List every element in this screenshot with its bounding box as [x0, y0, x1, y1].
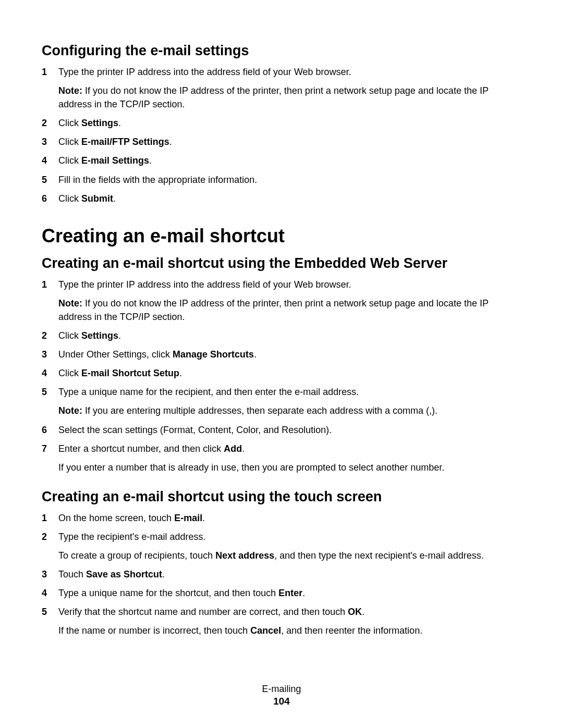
list-item: 6 Select the scan settings (Format, Cont… [42, 423, 521, 437]
list-item: 4 Click E-mail Settings. [42, 154, 521, 167]
step-text-prefix: Click [58, 137, 81, 147]
step-number: 1 [42, 65, 54, 79]
ui-ref: E-mail Settings [81, 155, 149, 166]
step-subtext-pre: To create a group of recipients, touch [58, 550, 215, 561]
ui-ref: Cancel [250, 625, 281, 636]
note-text: If you do not know the IP address of the… [58, 298, 488, 322]
list-item: 4 Click E-mail Shortcut Setup. [42, 366, 521, 380]
step-text: Fill in the fields with the appropriate … [58, 175, 257, 185]
period: . [118, 118, 121, 128]
steps-creating-touch: 1 On the home screen, touch E-mail. 2 Ty… [42, 511, 521, 638]
step-text: Type the printer IP address into the add… [58, 279, 351, 290]
step-text-prefix: Enter a shortcut number, and then click [58, 443, 224, 454]
note-label: Note: [58, 85, 82, 96]
step-text-prefix: On the home screen, touch [58, 513, 174, 523]
step-text-prefix: Type a unique name for the shortcut, and… [58, 588, 278, 598]
ui-ref: Next address [215, 550, 274, 561]
page-footer: E-mailing 104 [0, 684, 563, 707]
note-block: Note: If you do not know the IP address … [58, 297, 521, 324]
footer-section-title: E-mailing [0, 684, 563, 695]
document-page: Configuring the e-mail settings 1 Type t… [0, 0, 563, 728]
step-text-prefix: Under Other Settings, click [58, 349, 173, 360]
step-number: 1 [42, 511, 54, 525]
ui-ref: E-mail [174, 513, 202, 523]
list-item: 6 Click Submit. [42, 192, 521, 205]
step-number: 5 [42, 173, 54, 187]
step-number: 3 [42, 567, 54, 581]
step-number: 7 [42, 442, 54, 455]
list-item: 1 Type the printer IP address into the a… [42, 278, 521, 324]
list-item: 4 Type a unique name for the shortcut, a… [42, 586, 521, 600]
note-text: If you do not know the IP address of the… [58, 85, 488, 109]
footer-page-number: 104 [0, 696, 563, 707]
step-number: 5 [42, 385, 54, 399]
heading-creating-main: Creating an e-mail shortcut [42, 225, 521, 247]
period: . [118, 330, 121, 341]
period: . [179, 368, 182, 378]
step-text: Type a unique name for the recipient, an… [58, 387, 359, 397]
list-item: 2 Type the recipient's e-mail address. T… [42, 530, 521, 562]
step-number: 2 [42, 530, 54, 544]
step-number: 4 [42, 586, 54, 600]
step-text-prefix: Click [58, 330, 81, 341]
note-text: If you are entering multiple addresses, … [82, 405, 437, 416]
period: . [169, 137, 172, 147]
note-label: Note: [58, 405, 82, 416]
period: . [113, 193, 116, 204]
period: . [302, 588, 305, 598]
step-text: Type the printer IP address into the add… [58, 67, 351, 77]
list-item: 5 Fill in the fields with the appropriat… [42, 173, 521, 187]
heading-configuring: Configuring the e-mail settings [42, 43, 521, 59]
period: . [162, 569, 165, 579]
step-number: 1 [42, 278, 54, 291]
ui-ref: Settings [81, 330, 118, 341]
step-subtext-post: , and then type the next recipient's e-m… [274, 550, 484, 561]
period: . [202, 513, 205, 523]
step-number: 2 [42, 329, 54, 342]
list-item: 1 Type the printer IP address into the a… [42, 65, 521, 111]
ui-ref: Submit [81, 193, 113, 204]
step-subtext-post: , and then reenter the information. [281, 625, 422, 636]
steps-creating-web: 1 Type the printer IP address into the a… [42, 278, 521, 474]
note-block: Note: If you do not know the IP address … [58, 84, 521, 111]
step-number: 6 [42, 192, 54, 205]
step-number: 6 [42, 423, 54, 437]
list-item: 2 Click Settings. [42, 116, 521, 130]
list-item: 3 Touch Save as Shortcut. [42, 567, 521, 581]
step-text-prefix: Click [58, 155, 81, 166]
ui-ref: OK [348, 607, 362, 617]
step-number: 2 [42, 116, 54, 130]
step-subtext-pre: If the name or number is incorrect, then… [58, 625, 250, 636]
step-text: Select the scan settings (Format, Conten… [58, 425, 332, 435]
step-number: 3 [42, 348, 54, 361]
list-item: 5 Type a unique name for the recipient, … [42, 385, 521, 417]
step-subtext: To create a group of recipients, touch N… [58, 549, 521, 562]
step-subtext: If you enter a number that is already in… [58, 461, 521, 474]
step-number: 4 [42, 366, 54, 380]
step-text-prefix: Click [58, 368, 81, 378]
step-subtext: If the name or number is incorrect, then… [58, 624, 521, 637]
ui-ref: Save as Shortcut [86, 569, 162, 579]
period: . [254, 349, 256, 360]
period: . [242, 443, 244, 454]
step-text-prefix: Click [58, 118, 81, 128]
heading-creating-touch: Creating an e-mail shortcut using the to… [42, 489, 521, 505]
ui-ref: Add [224, 443, 242, 454]
step-text-prefix: Touch [58, 569, 86, 579]
heading-creating-web: Creating an e-mail shortcut using the Em… [42, 255, 521, 272]
list-item: 3 Click E-mail/FTP Settings. [42, 135, 521, 149]
list-item: 7 Enter a shortcut number, and then clic… [42, 442, 521, 474]
list-item: 1 On the home screen, touch E-mail. [42, 511, 521, 525]
step-number: 5 [42, 605, 54, 619]
ui-ref: E-mail Shortcut Setup [81, 368, 179, 378]
step-text: Type the recipient's e-mail address. [58, 532, 206, 542]
ui-ref: Manage Shortcuts [173, 349, 254, 360]
period: . [149, 155, 152, 166]
note-label: Note: [58, 298, 82, 309]
ui-ref: E-mail/FTP Settings [81, 137, 169, 147]
list-item: 2 Click Settings. [42, 329, 521, 342]
steps-configuring: 1 Type the printer IP address into the a… [42, 65, 521, 205]
list-item: 5 Verify that the shortcut name and numb… [42, 605, 521, 637]
step-number: 4 [42, 154, 54, 167]
step-text-prefix: Verify that the shortcut name and number… [58, 607, 348, 617]
